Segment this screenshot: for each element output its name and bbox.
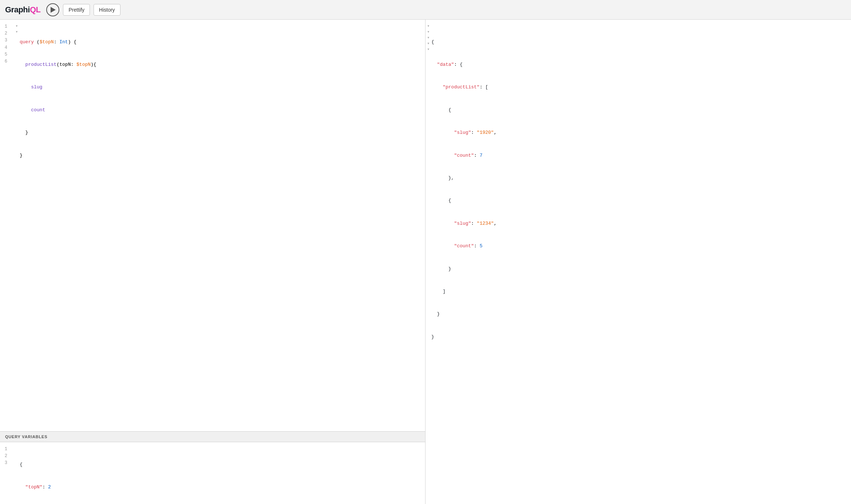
query-variables-header[interactable]: QUERY VARIABLES	[0, 432, 425, 442]
play-icon	[51, 7, 56, 13]
result-panel: { "data": { "productList": [ { "slug": "…	[425, 20, 851, 504]
result-fold-4[interactable]	[425, 41, 431, 47]
history-button[interactable]: History	[94, 4, 120, 16]
result-line-12: ]	[431, 288, 847, 296]
result-line-14: }	[431, 333, 847, 341]
editor-line-4: count	[20, 107, 421, 114]
result-line-9: "slug": "1234",	[431, 220, 847, 228]
editor-line-3: slug	[20, 84, 421, 91]
result-line-13: }	[431, 311, 847, 318]
fold-arrow-1[interactable]	[14, 23, 20, 29]
result-fold-col	[425, 23, 431, 500]
editor-line-1: query ($topN: Int) {	[20, 39, 421, 46]
query-editor[interactable]: 1 2 3 4 5 6 query ($topN: Int) {	[0, 20, 425, 431]
variables-line-2: "topN": 2	[20, 484, 421, 491]
editor-line-5: }	[20, 129, 421, 137]
editor-line-2: productList(topN: $topN){	[20, 61, 421, 69]
result-fold-1[interactable]	[425, 23, 431, 29]
main-area: 1 2 3 4 5 6 query ($topN: Int) {	[0, 20, 851, 504]
query-variables-content[interactable]: 1 2 3 { "topN": 2 }	[0, 442, 425, 504]
result-fold-2[interactable]	[425, 29, 431, 35]
left-panel: 1 2 3 4 5 6 query ($topN: Int) {	[0, 20, 425, 504]
result-line-10: "count": 5	[431, 243, 847, 250]
editor-fold-col	[14, 23, 20, 428]
result-line-11: }	[431, 265, 847, 273]
query-variables-panel: QUERY VARIABLES 1 2 3 { "top	[0, 431, 425, 504]
result-line-7: },	[431, 175, 847, 182]
result-line-4: {	[431, 107, 847, 114]
run-button[interactable]	[46, 3, 59, 16]
result-code: { "data": { "productList": [ { "slug": "…	[431, 23, 851, 500]
editor-line-numbers: 1 2 3 4 5 6	[0, 23, 14, 428]
app-title-ql: QL	[30, 5, 41, 14]
variables-fold-col	[14, 446, 20, 504]
result-line-5: "slug": "1920",	[431, 129, 847, 137]
result-line-8: {	[431, 197, 847, 205]
toolbar: GraphiQL Prettify History	[0, 0, 851, 20]
variables-line-1: {	[20, 461, 421, 469]
result-line-6: "count": 7	[431, 152, 847, 160]
editor-code[interactable]: query ($topN: Int) { productList(topN: $…	[20, 23, 425, 428]
variables-code[interactable]: { "topN": 2 }	[20, 446, 425, 504]
app-title: GraphiQL	[5, 5, 40, 15]
result-fold-3[interactable]	[425, 35, 431, 41]
prettify-button[interactable]: Prettify	[63, 4, 90, 16]
editor-line-6: }	[20, 152, 421, 160]
fold-arrow-2[interactable]	[14, 29, 20, 35]
app-title-graphi: Graphi	[5, 5, 30, 14]
variables-line-numbers: 1 2 3	[0, 446, 14, 504]
result-fold-8[interactable]	[425, 47, 431, 52]
result-line-2: "data": {	[431, 61, 847, 69]
result-line-3: "productList": [	[431, 84, 847, 91]
result-line-1: {	[431, 39, 847, 46]
